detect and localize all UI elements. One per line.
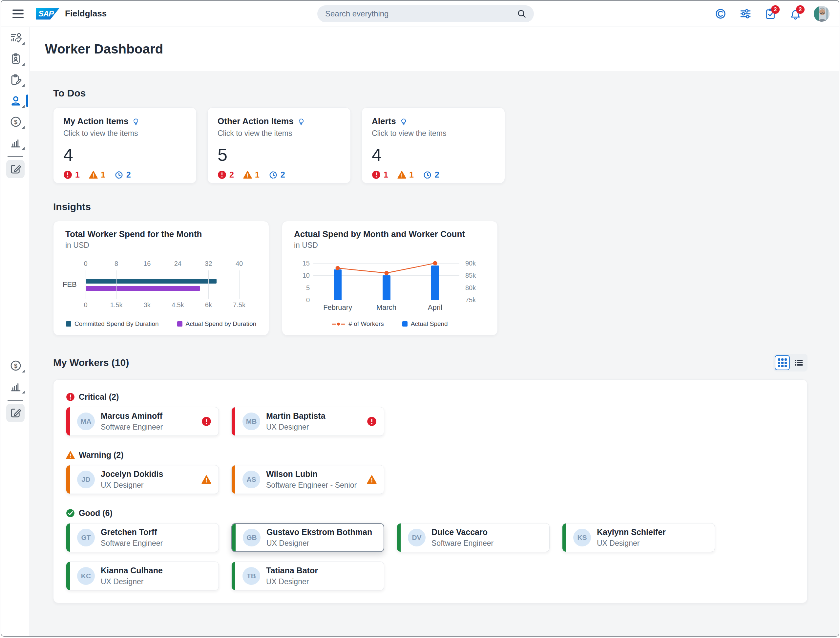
- critical-count: 2: [229, 170, 234, 180]
- todo-card-hint: Click to view the items: [372, 129, 495, 138]
- tasks-badge: 2: [771, 5, 780, 14]
- page-title: Worker Dashboard: [45, 42, 163, 57]
- insight-cards-row: Total Worker Spend for the Month in USD …: [53, 221, 807, 335]
- actual-spend-bar: [334, 270, 341, 300]
- view-toggle: [774, 354, 807, 371]
- worker-card-kianna-culhane[interactable]: KC Kianna Culhane UX Designer: [66, 562, 219, 591]
- global-search[interactable]: [317, 5, 534, 22]
- sidebar-item-spend[interactable]: $: [1, 111, 30, 132]
- worker-group-warning: Warning (2) JD Jocelyn Dokidis UX Design…: [66, 450, 795, 494]
- worker-person-icon: [10, 95, 22, 107]
- c2-legend: # of Workers Actual Spend: [282, 320, 497, 327]
- analytics-bars-icon: [10, 381, 22, 393]
- legend-label: # of Workers: [349, 320, 384, 327]
- avatar: AS: [243, 471, 260, 488]
- bar-committed-spend: [86, 279, 216, 284]
- sidebar-divider: [8, 156, 23, 157]
- sap-logo: SAP: [36, 8, 60, 20]
- warning-count: 1: [101, 170, 105, 180]
- tasks-clipboard-check-icon[interactable]: 2: [764, 7, 777, 21]
- worker-card-gustavo-ekstrom-bothman[interactable]: GB Gustavo Ekstrom Bothman UX Designer: [231, 523, 384, 552]
- avatar: JD: [77, 471, 95, 488]
- worker-role: Software Engineer: [101, 539, 163, 548]
- warning-icon: [243, 171, 252, 179]
- program-overview-icon: [10, 32, 22, 44]
- avatar: DV: [408, 529, 426, 546]
- quick-create-icon: [10, 407, 21, 418]
- worker-name: Kianna Culhane: [101, 566, 163, 575]
- avatar: MB: [243, 412, 260, 430]
- status-warning-icon: [202, 475, 211, 485]
- settings-sliders-icon[interactable]: [739, 7, 752, 21]
- magnifier-icon[interactable]: [517, 9, 527, 19]
- todo-card-count: 4: [63, 146, 186, 163]
- sidebar-item-workers[interactable]: [1, 90, 30, 111]
- spend-dollar-icon: $: [10, 116, 22, 128]
- sidebar-item-spend-2[interactable]: $: [1, 355, 30, 376]
- sidebar-item-analytics[interactable]: [1, 132, 30, 153]
- legend-line-swatch: [332, 323, 345, 325]
- pending-clock-icon: [269, 171, 278, 179]
- sidebar-item-work-orders[interactable]: [1, 69, 30, 90]
- pending-clock-icon: [115, 171, 123, 179]
- chart-actual-spend-worker-count[interactable]: Actual Spend by Month and Worker Count i…: [282, 221, 498, 335]
- critical-icon: [218, 171, 226, 179]
- todo-card-other-action-items[interactable]: Other Action Items Click to view the ite…: [207, 107, 351, 183]
- search-input[interactable]: [325, 9, 517, 19]
- worker-card-kaylynn-schleifer[interactable]: KS Kaylynn Schleifer UX Designer: [562, 523, 715, 552]
- legend-label: Actual Spend: [411, 320, 448, 327]
- grid-view-button[interactable]: [775, 355, 790, 370]
- spend-dollar-icon: $: [10, 360, 22, 371]
- worker-name: Martin Baptista: [266, 411, 325, 421]
- worker-role: Software Engineer - Senior: [266, 481, 357, 490]
- clipboard-person-icon: [10, 53, 22, 65]
- worker-group-critical: Critical (2) MA Marcus Aminoff Software …: [66, 392, 795, 436]
- grid-view-icon: [778, 358, 787, 367]
- todo-card-alerts[interactable]: Alerts Click to view the items 4 1 1 2: [362, 107, 505, 183]
- ai-bulb-icon: [399, 117, 408, 126]
- notifications-badge: 2: [796, 5, 805, 14]
- copilot-icon[interactable]: [714, 7, 727, 21]
- chart-total-worker-spend[interactable]: Total Worker Spend for the Month in USD …: [53, 221, 269, 335]
- actual-spend-bar: [431, 265, 439, 300]
- group-label: Warning (2): [79, 450, 124, 460]
- c1-category-label: FEB: [63, 280, 77, 289]
- sidebar-quick-create-2[interactable]: [6, 404, 25, 422]
- notifications-bell-icon[interactable]: 2: [789, 7, 802, 21]
- sidebar-quick-create[interactable]: [6, 160, 25, 178]
- hamburger-menu-icon[interactable]: [13, 9, 24, 18]
- list-view-button[interactable]: [791, 355, 806, 370]
- worker-name: Gretchen Torff: [101, 527, 163, 537]
- quick-create-icon: [10, 163, 21, 175]
- worker-card-gretchen-torff[interactable]: GT Gretchen Torff Software Engineer: [66, 523, 219, 552]
- worker-card-wilson-lubin[interactable]: AS Wilson Lubin Software Engineer - Seni…: [231, 465, 384, 494]
- warning-icon: [66, 451, 75, 460]
- worker-card-jocelyn-dokidis[interactable]: JD Jocelyn Dokidis UX Designer: [66, 465, 219, 494]
- worker-role: UX Designer: [266, 577, 318, 586]
- active-indicator: [26, 95, 28, 107]
- critical-icon: [372, 171, 381, 179]
- svg-text:$: $: [14, 363, 17, 369]
- worker-card-martin-baptista[interactable]: MB Martin Baptista UX Designer: [231, 407, 384, 436]
- user-avatar[interactable]: [814, 6, 829, 22]
- good-check-icon: [66, 509, 75, 518]
- workers-line-dot: [336, 266, 340, 270]
- todo-card-my-action-items[interactable]: My Action Items Click to view the items …: [53, 107, 197, 183]
- bar-actual-spend: [86, 286, 200, 291]
- todo-card-title: Other Action Items: [218, 116, 294, 126]
- worker-card-dulce-vaccaro[interactable]: DV Dulce Vaccaro Software Engineer: [397, 523, 549, 552]
- legend-bar-swatch: [402, 321, 407, 327]
- sidebar-item-program-overview[interactable]: [1, 27, 30, 48]
- workers-heading: My Workers (10): [53, 357, 129, 368]
- sidebar-item-analytics-2[interactable]: [1, 376, 30, 397]
- ai-bulb-icon: [131, 117, 140, 126]
- worker-name: Jocelyn Dokidis: [101, 469, 163, 479]
- c2-left-axis: 151050: [291, 263, 310, 300]
- sidebar-item-job-postings[interactable]: [1, 48, 30, 69]
- worker-role: UX Designer: [101, 481, 163, 490]
- worker-card-marcus-aminoff[interactable]: MA Marcus Aminoff Software Engineer: [66, 407, 219, 436]
- chart-subtitle: in USD: [294, 241, 318, 250]
- c1-bottom-ticks: 01.5k3k4.5k6k7.5k: [86, 301, 239, 309]
- pending-count: 2: [281, 170, 285, 180]
- worker-card-tatiana-bator[interactable]: TB Tatiana Bator UX Designer: [231, 562, 384, 591]
